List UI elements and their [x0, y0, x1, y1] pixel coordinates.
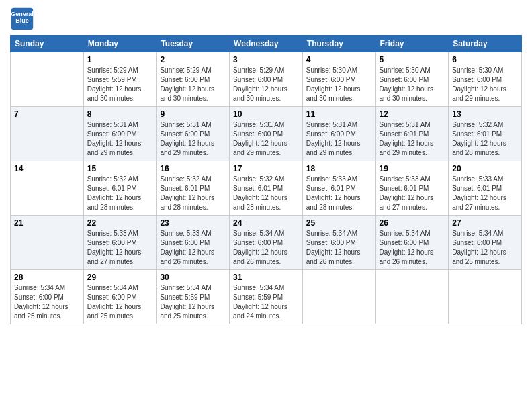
weekday-header-thursday: Thursday: [302, 36, 375, 52]
calendar-cell: 21: [11, 216, 84, 270]
day-number: 23: [160, 218, 226, 228]
day-info: Sunrise: 5:34 AM Sunset: 6:00 PM Dayligh…: [452, 229, 518, 267]
day-info: Sunrise: 5:32 AM Sunset: 6:01 PM Dayligh…: [160, 175, 226, 212]
day-number: 29: [87, 273, 153, 282]
day-number: 3: [233, 55, 299, 64]
calendar-cell: 18Sunrise: 5:33 AM Sunset: 6:01 PM Dayli…: [302, 161, 375, 216]
weekday-header-friday: Friday: [375, 36, 449, 52]
calendar-cell: [302, 270, 375, 324]
week-row-1: 1Sunrise: 5:29 AM Sunset: 5:59 PM Daylig…: [11, 52, 522, 107]
calendar-cell: 7: [11, 107, 84, 161]
calendar-cell: 19Sunrise: 5:33 AM Sunset: 6:01 PM Dayli…: [375, 161, 449, 216]
day-info: Sunrise: 5:30 AM Sunset: 6:00 PM Dayligh…: [306, 66, 372, 103]
day-info: Sunrise: 5:34 AM Sunset: 5:59 PM Dayligh…: [233, 283, 299, 321]
week-row-5: 28Sunrise: 5:34 AM Sunset: 6:00 PM Dayli…: [11, 270, 522, 324]
day-info: Sunrise: 5:30 AM Sunset: 6:00 PM Dayligh…: [380, 66, 445, 103]
day-info: Sunrise: 5:31 AM Sunset: 6:01 PM Dayligh…: [380, 120, 445, 158]
day-number: 16: [160, 164, 226, 173]
calendar-cell: 22Sunrise: 5:33 AM Sunset: 6:00 PM Dayli…: [83, 216, 157, 270]
week-row-4: 2122Sunrise: 5:33 AM Sunset: 6:00 PM Day…: [11, 216, 522, 270]
weekday-header-row: SundayMondayTuesdayWednesdayThursdayFrid…: [11, 36, 522, 52]
day-number: 25: [306, 218, 372, 228]
day-number: 7: [14, 109, 80, 119]
day-info: Sunrise: 5:29 AM Sunset: 6:00 PM Dayligh…: [233, 66, 299, 103]
day-number: 11: [306, 109, 372, 119]
calendar-cell: 5Sunrise: 5:30 AM Sunset: 6:00 PM Daylig…: [375, 52, 449, 107]
day-info: Sunrise: 5:33 AM Sunset: 6:01 PM Dayligh…: [306, 175, 372, 212]
day-info: Sunrise: 5:34 AM Sunset: 6:00 PM Dayligh…: [14, 283, 80, 321]
calendar-cell: 15Sunrise: 5:32 AM Sunset: 6:01 PM Dayli…: [83, 161, 157, 216]
calendar-cell: [375, 270, 449, 324]
weekday-header-sunday: Sunday: [11, 36, 84, 52]
day-info: Sunrise: 5:31 AM Sunset: 6:00 PM Dayligh…: [87, 120, 153, 158]
day-number: 18: [306, 164, 372, 173]
calendar-cell: [11, 52, 84, 107]
calendar-cell: 25Sunrise: 5:34 AM Sunset: 6:00 PM Dayli…: [302, 216, 375, 270]
day-number: 10: [233, 109, 299, 119]
day-info: Sunrise: 5:31 AM Sunset: 6:00 PM Dayligh…: [233, 120, 299, 158]
day-number: 24: [233, 218, 299, 228]
logo-icon: General Blue: [10, 7, 34, 31]
calendar-cell: 30Sunrise: 5:34 AM Sunset: 5:59 PM Dayli…: [157, 270, 230, 324]
week-row-2: 78Sunrise: 5:31 AM Sunset: 6:00 PM Dayli…: [11, 107, 522, 161]
day-info: Sunrise: 5:33 AM Sunset: 6:00 PM Dayligh…: [160, 229, 226, 267]
calendar-cell: 11Sunrise: 5:31 AM Sunset: 6:00 PM Dayli…: [302, 107, 375, 161]
day-info: Sunrise: 5:33 AM Sunset: 6:01 PM Dayligh…: [452, 175, 518, 212]
day-info: Sunrise: 5:34 AM Sunset: 6:00 PM Dayligh…: [87, 283, 153, 321]
calendar-cell: 20Sunrise: 5:33 AM Sunset: 6:01 PM Dayli…: [449, 161, 522, 216]
day-number: 28: [14, 273, 80, 282]
day-info: Sunrise: 5:33 AM Sunset: 6:00 PM Dayligh…: [87, 229, 153, 267]
day-number: 2: [160, 55, 226, 64]
day-number: 14: [14, 164, 80, 173]
day-number: 20: [452, 164, 518, 173]
calendar-cell: 17Sunrise: 5:32 AM Sunset: 6:01 PM Dayli…: [230, 161, 303, 216]
calendar-cell: 13Sunrise: 5:32 AM Sunset: 6:01 PM Dayli…: [449, 107, 522, 161]
day-info: Sunrise: 5:34 AM Sunset: 6:00 PM Dayligh…: [306, 229, 372, 267]
calendar-cell: 2Sunrise: 5:29 AM Sunset: 6:00 PM Daylig…: [157, 52, 230, 107]
calendar-cell: 31Sunrise: 5:34 AM Sunset: 5:59 PM Dayli…: [230, 270, 303, 324]
calendar-cell: 24Sunrise: 5:34 AM Sunset: 6:00 PM Dayli…: [230, 216, 303, 270]
weekday-header-wednesday: Wednesday: [230, 36, 303, 52]
calendar-cell: 4Sunrise: 5:30 AM Sunset: 6:00 PM Daylig…: [302, 52, 375, 107]
day-info: Sunrise: 5:30 AM Sunset: 6:00 PM Dayligh…: [452, 66, 518, 103]
day-number: 5: [380, 55, 445, 64]
day-number: 19: [380, 164, 445, 173]
day-number: 15: [87, 164, 153, 173]
calendar-cell: 27Sunrise: 5:34 AM Sunset: 6:00 PM Dayli…: [449, 216, 522, 270]
calendar-cell: 12Sunrise: 5:31 AM Sunset: 6:01 PM Dayli…: [375, 107, 449, 161]
day-number: 8: [87, 109, 153, 119]
day-info: Sunrise: 5:34 AM Sunset: 6:00 PM Dayligh…: [233, 229, 299, 267]
calendar-cell: 23Sunrise: 5:33 AM Sunset: 6:00 PM Dayli…: [157, 216, 230, 270]
calendar-cell: 16Sunrise: 5:32 AM Sunset: 6:01 PM Dayli…: [157, 161, 230, 216]
calendar-cell: 1Sunrise: 5:29 AM Sunset: 5:59 PM Daylig…: [83, 52, 157, 107]
weekday-header-monday: Monday: [83, 36, 157, 52]
day-number: 9: [160, 109, 226, 119]
calendar-cell: 14: [11, 161, 84, 216]
day-info: Sunrise: 5:31 AM Sunset: 6:00 PM Dayligh…: [306, 120, 372, 158]
calendar-cell: [449, 270, 522, 324]
day-number: 27: [452, 218, 518, 228]
calendar-cell: 3Sunrise: 5:29 AM Sunset: 6:00 PM Daylig…: [230, 52, 303, 107]
day-number: 6: [452, 55, 518, 64]
day-info: Sunrise: 5:31 AM Sunset: 6:00 PM Dayligh…: [160, 120, 226, 158]
day-number: 4: [306, 55, 372, 64]
day-info: Sunrise: 5:34 AM Sunset: 6:00 PM Dayligh…: [380, 229, 445, 267]
day-info: Sunrise: 5:32 AM Sunset: 6:01 PM Dayligh…: [452, 120, 518, 158]
calendar-cell: 26Sunrise: 5:34 AM Sunset: 6:00 PM Dayli…: [375, 216, 449, 270]
day-number: 17: [233, 164, 299, 173]
header: General Blue: [10, 7, 522, 31]
day-number: 12: [380, 109, 445, 119]
weekday-header-saturday: Saturday: [449, 36, 522, 52]
week-row-3: 1415Sunrise: 5:32 AM Sunset: 6:01 PM Day…: [11, 161, 522, 216]
calendar-cell: 8Sunrise: 5:31 AM Sunset: 6:00 PM Daylig…: [83, 107, 157, 161]
day-number: 22: [87, 218, 153, 228]
day-info: Sunrise: 5:32 AM Sunset: 6:01 PM Dayligh…: [233, 175, 299, 212]
calendar-cell: 10Sunrise: 5:31 AM Sunset: 6:00 PM Dayli…: [230, 107, 303, 161]
calendar-table: SundayMondayTuesdayWednesdayThursdayFrid…: [10, 35, 522, 324]
svg-text:General: General: [11, 11, 34, 17]
day-number: 30: [160, 273, 226, 282]
calendar-cell: 6Sunrise: 5:30 AM Sunset: 6:00 PM Daylig…: [449, 52, 522, 107]
day-number: 13: [452, 109, 518, 119]
day-number: 1: [87, 55, 153, 64]
day-info: Sunrise: 5:29 AM Sunset: 6:00 PM Dayligh…: [160, 66, 226, 103]
